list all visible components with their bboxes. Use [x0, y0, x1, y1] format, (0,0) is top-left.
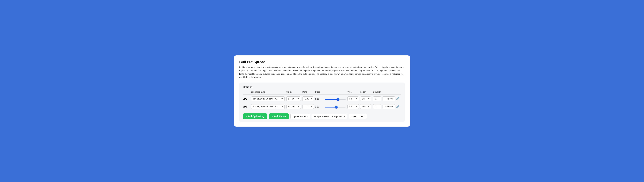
type-select[interactable]: Put	[348, 97, 359, 101]
type-select[interactable]: Put	[348, 104, 359, 109]
delta-slider-container	[325, 105, 346, 108]
remove-button[interactable]: Remove	[382, 97, 395, 101]
col-header-slider	[325, 91, 348, 95]
options-section: Options Expiration Date Strike Delta Pri…	[239, 82, 405, 122]
strikes-button[interactable]: Strikes | all ▾	[349, 114, 367, 119]
col-header-quantity: Quantity	[373, 91, 382, 95]
strikes-label: Strikes	[351, 115, 358, 118]
col-header-expiration: Expiration Date	[251, 91, 286, 95]
quantity-input[interactable]	[373, 104, 381, 109]
remove-button[interactable]: Remove	[382, 104, 395, 109]
strike-select[interactable]: 574.00	[286, 97, 301, 101]
main-card: Bull Put Spread In this strategy, an inv…	[234, 55, 410, 127]
col-header-action: Action	[360, 91, 373, 95]
add-option-leg-button[interactable]: + Add Option Leg	[243, 113, 267, 119]
col-header-link	[396, 91, 401, 95]
expiration-select[interactable]: Jan 31, 2025 (30 days) (w)	[251, 104, 284, 109]
price-cell: 1.63	[315, 106, 319, 108]
col-header-delta: Delta	[302, 91, 315, 95]
delta-slider[interactable]	[325, 99, 346, 100]
action-select[interactable]: Sell	[360, 97, 371, 101]
strikes-chevron: ▾	[364, 116, 364, 117]
link-icon[interactable]: 🔗	[396, 105, 400, 109]
price-cell: 5.13	[315, 98, 319, 100]
ticker-label: SPY	[243, 106, 248, 108]
analyze-at-date-button[interactable]: Analyze at Date | at expiration ▾	[312, 114, 347, 119]
strikes-separator: |	[358, 115, 360, 118]
update-prices-button[interactable]: Update Prices ▾	[290, 114, 310, 119]
col-header-strike: Strike	[286, 91, 302, 95]
update-prices-chevron: ▾	[307, 116, 308, 117]
delta-slider-container	[325, 98, 346, 100]
add-shares-button[interactable]: + Add Shares	[269, 113, 289, 119]
analyze-chevron: ▾	[344, 116, 345, 117]
page-description: In this strategy, an investor simultaneo…	[239, 66, 405, 79]
delta-select[interactable]: -0.30	[302, 97, 314, 101]
col-header-ticker	[243, 91, 251, 95]
page-title: Bull Put Spread	[239, 60, 405, 64]
ticker-label: SPY	[243, 98, 248, 100]
col-header-price: Price	[315, 91, 325, 95]
expiration-select[interactable]: Jan 31, 2025 (30 days) (w)	[251, 97, 284, 101]
col-header-type: Type	[348, 91, 360, 95]
analyze-separator: |	[330, 115, 330, 118]
col-header-remove	[382, 91, 395, 95]
action-select[interactable]: Buy	[360, 104, 371, 109]
actions-row: + Add Option Leg + Add Shares Update Pri…	[243, 113, 401, 119]
table-row: SPY Jan 31, 2025 (30 days) (w) 574.00 -0…	[243, 95, 401, 103]
strike-select[interactable]: 547.00	[286, 104, 301, 109]
strikes-value: all	[361, 115, 363, 118]
quantity-input[interactable]	[373, 97, 381, 101]
options-table: Expiration Date Strike Delta Price Type …	[243, 91, 401, 111]
delta-select[interactable]: -0.10	[302, 104, 314, 109]
analyze-at-date-value: at expiration	[332, 115, 343, 118]
link-icon[interactable]: 🔗	[396, 97, 400, 101]
table-row: SPY Jan 31, 2025 (30 days) (w) 547.00 -0…	[243, 103, 401, 111]
options-section-title: Options	[243, 86, 401, 88]
delta-slider[interactable]	[325, 107, 346, 108]
update-prices-label: Update Prices	[293, 115, 306, 118]
analyze-at-date-label: Analyze at Date	[314, 115, 329, 118]
